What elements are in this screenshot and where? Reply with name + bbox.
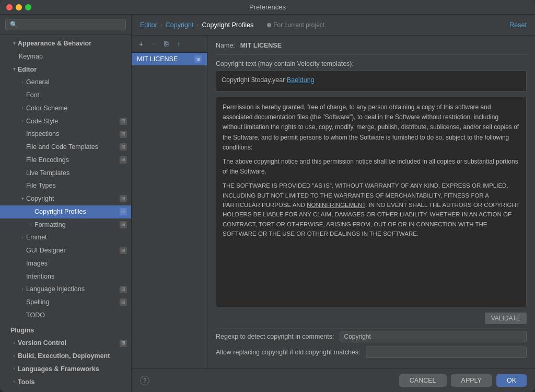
- sidebar-item-label: Build, Execution, Deployment: [18, 351, 110, 361]
- chevron-icon: [10, 40, 18, 47]
- chevron-icon: [19, 79, 26, 86]
- sidebar-item-label: Copyright: [26, 194, 54, 204]
- chevron-icon: [19, 105, 26, 112]
- sidebar-item-languages-frameworks[interactable]: Languages & Frameworks: [0, 363, 131, 376]
- sidebar-item-label: File Types: [26, 181, 56, 191]
- sidebar-item-label: Tools: [18, 377, 34, 387]
- badge-icon: [120, 195, 127, 202]
- name-row: Name: MIT LICENSE: [216, 42, 527, 55]
- remove-profile-button[interactable]: −: [148, 39, 159, 49]
- maximize-button[interactable]: [25, 4, 31, 10]
- sidebar-item-label: Inspections: [26, 129, 59, 139]
- regexp-input[interactable]: [340, 331, 527, 342]
- dialog-footer: ? CANCEL APPLY OK: [132, 368, 535, 392]
- sidebar-item-label: Copyright Profiles: [34, 207, 86, 217]
- allow-replace-input[interactable]: [366, 347, 527, 358]
- sidebar-item-label: Formatting: [34, 220, 66, 230]
- badge-icon: [120, 143, 127, 151]
- sidebar-item-copyright-profiles[interactable]: Copyright Profiles: [0, 205, 131, 218]
- sidebar-item-file-code-templates[interactable]: File and Code Templates: [0, 141, 131, 154]
- sidebar-item-label: Color Scheme: [26, 103, 67, 113]
- sidebar-item-label: Languages & Frameworks: [18, 364, 99, 374]
- copy-profile-button[interactable]: ⎘: [161, 39, 171, 49]
- sidebar-item-appearance[interactable]: Appearance & Behavior: [0, 37, 131, 50]
- copyright-text-area[interactable]: Copyright $today.year Baeldung: [216, 71, 527, 91]
- badge-icon: [120, 286, 127, 293]
- sidebar-item-file-types[interactable]: File Types: [0, 179, 131, 192]
- minimize-button[interactable]: [16, 4, 22, 10]
- editor-area: Name: MIT LICENSE Copyright text (may co…: [207, 36, 535, 368]
- sidebar-item-gui-designer[interactable]: GUI Designer: [0, 244, 131, 257]
- sidebar-item-tools[interactable]: Tools: [0, 376, 131, 389]
- profile-entry-mit[interactable]: MIT LICENSE ⊞: [132, 53, 207, 65]
- sidebar-item-label: Keymap: [19, 52, 43, 62]
- chevron-icon: [10, 340, 18, 347]
- search-field-wrapper: 🔍: [5, 19, 126, 30]
- sidebar-item-file-encodings[interactable]: File Encodings: [0, 154, 131, 167]
- sidebar-item-general[interactable]: General: [0, 76, 131, 89]
- sidebar-item-images[interactable]: Images: [0, 257, 131, 270]
- sidebar-item-live-templates[interactable]: Live Templates: [0, 167, 131, 180]
- sidebar-item-spelling[interactable]: Spelling: [0, 296, 131, 309]
- export-profile-button[interactable]: ↑: [173, 39, 184, 49]
- add-profile-button[interactable]: +: [136, 39, 146, 49]
- sidebar-item-intentions[interactable]: Intentions: [0, 270, 131, 283]
- right-panel: Editor › Copyright › Copyright Profiles …: [132, 15, 535, 392]
- breadcrumb-copyright[interactable]: Copyright: [166, 21, 194, 29]
- sidebar-item-label: GUI Designer: [26, 246, 66, 256]
- sidebar-item-label: TODO: [26, 310, 45, 320]
- sidebar-item-code-style[interactable]: Code Style: [0, 115, 131, 128]
- copyright-text-prefix: Copyright $today.year: [222, 76, 287, 84]
- sidebar-item-build-execution[interactable]: Build, Execution, Deployment: [0, 350, 131, 363]
- sidebar-item-label: Images: [26, 259, 48, 269]
- sidebar-item-language-injections[interactable]: Language Injections: [0, 283, 131, 296]
- validate-row: VALIDATE: [216, 313, 527, 324]
- sidebar-item-label: File Encodings: [26, 155, 69, 165]
- copyright-text-label: Copyright text (may contain Velocity tem…: [216, 60, 527, 67]
- chevron-icon: [10, 365, 18, 373]
- sidebar-item-font[interactable]: Font: [0, 89, 131, 102]
- baeldung-link[interactable]: Baeldung: [287, 76, 315, 84]
- badge-icon: [120, 221, 127, 228]
- main-content: 🔍 Appearance & Behavior Keymap Editor: [0, 15, 535, 392]
- sidebar-item-formatting[interactable]: Formatting: [0, 218, 131, 232]
- sidebar-item-label: Language Injections: [26, 284, 85, 294]
- breadcrumb-copyright-profiles: Copyright Profiles: [202, 21, 254, 29]
- chevron-icon: [19, 234, 26, 241]
- sidebar-item-todo[interactable]: TODO: [0, 309, 131, 322]
- validate-button[interactable]: VALIDATE: [485, 313, 527, 324]
- search-input[interactable]: [20, 21, 121, 28]
- reset-button[interactable]: Reset: [509, 21, 527, 29]
- regexp-label: Regexp to detect copyright in comments:: [216, 333, 334, 340]
- sidebar-item-keymap[interactable]: Keymap: [0, 50, 131, 63]
- for-project: For current project: [267, 21, 324, 29]
- footer-left: ?: [140, 376, 149, 385]
- sidebar-item-emmet[interactable]: Emmet: [0, 231, 131, 244]
- preferences-window: Preferences 🔍 Appearance & Behavior Keym…: [0, 0, 535, 392]
- sidebar-item-inspections[interactable]: Inspections: [0, 128, 131, 141]
- sidebar-item-plugins[interactable]: Plugins: [0, 324, 131, 337]
- ok-button[interactable]: OK: [496, 374, 527, 387]
- sidebar: 🔍 Appearance & Behavior Keymap Editor: [0, 15, 132, 392]
- help-button[interactable]: ?: [140, 376, 149, 385]
- name-label: Name:: [216, 42, 235, 49]
- profile-badge-icon: ⊞: [194, 55, 202, 63]
- plus-icon: +: [139, 40, 143, 48]
- sidebar-item-label: Code Style: [26, 117, 58, 126]
- sidebar-item-editor[interactable]: Editor: [0, 63, 131, 76]
- badge-icon: [120, 298, 127, 306]
- panel-header: Editor › Copyright › Copyright Profiles …: [132, 15, 535, 36]
- badge-icon: [120, 118, 127, 125]
- allow-replace-row: Allow replacing copyright if old copyrig…: [216, 347, 527, 358]
- cancel-button[interactable]: CANCEL: [399, 374, 447, 387]
- sidebar-item-copyright[interactable]: Copyright: [0, 192, 131, 205]
- traffic-lights: [6, 4, 31, 10]
- close-button[interactable]: [6, 4, 13, 10]
- breadcrumb-sep-1: ›: [160, 21, 162, 29]
- sidebar-item-color-scheme[interactable]: Color Scheme: [0, 102, 131, 115]
- badge-icon: [120, 340, 127, 347]
- apply-button[interactable]: APPLY: [451, 374, 492, 387]
- sidebar-item-version-control[interactable]: Version Control: [0, 337, 131, 350]
- noninfringement-text: NONINFRINGEMENT: [307, 202, 365, 208]
- breadcrumb-editor[interactable]: Editor: [140, 21, 157, 29]
